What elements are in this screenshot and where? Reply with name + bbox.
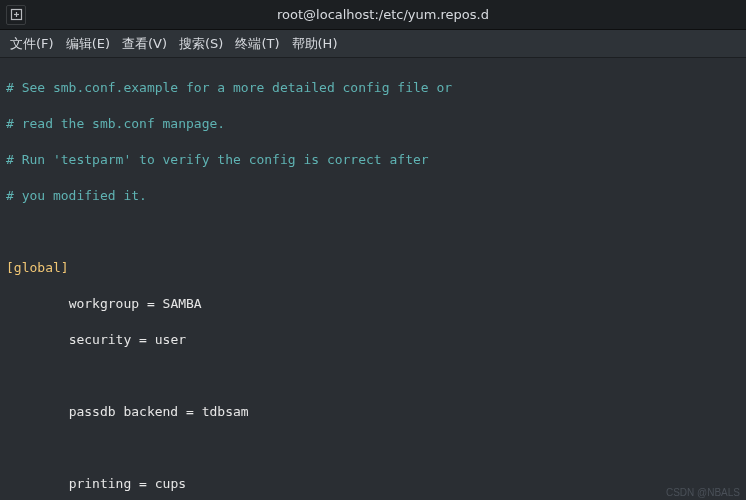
titlebar: root@localhost:/etc/yum.repos.d [0,0,746,30]
menu-help[interactable]: 帮助(H) [292,35,338,53]
comment-line: # See smb.conf.example for a more detail… [6,80,452,95]
window-title: root@localhost:/etc/yum.repos.d [26,7,740,22]
watermark: CSDN @NBALS [666,487,740,498]
menu-view[interactable]: 查看(V) [122,35,167,53]
val-passdb: tdbsam [202,404,249,419]
equals: = [178,404,201,419]
key-workgroup: workgroup [69,296,139,311]
menubar: 文件(F) 编辑(E) 查看(V) 搜索(S) 终端(T) 帮助(H) [0,30,746,58]
val-printing: cups [155,476,186,491]
editor-content[interactable]: # See smb.conf.example for a more detail… [0,58,746,500]
comment-line: # you modified it. [6,188,147,203]
new-window-icon[interactable] [6,5,26,25]
key-passdb: passdb backend [69,404,179,419]
key-printing: printing [69,476,132,491]
menu-file[interactable]: 文件(F) [10,35,54,53]
section-global: [global] [6,260,69,275]
menu-terminal[interactable]: 终端(T) [235,35,279,53]
menu-search[interactable]: 搜索(S) [179,35,223,53]
val-security: user [155,332,186,347]
comment-line: # Run 'testparm' to verify the config is… [6,152,429,167]
key-security: security [69,332,132,347]
equals: = [131,332,154,347]
comment-line: # read the smb.conf manpage. [6,116,225,131]
menu-edit[interactable]: 编辑(E) [66,35,110,53]
equals: = [131,476,154,491]
equals: = [139,296,162,311]
val-workgroup: SAMBA [163,296,202,311]
